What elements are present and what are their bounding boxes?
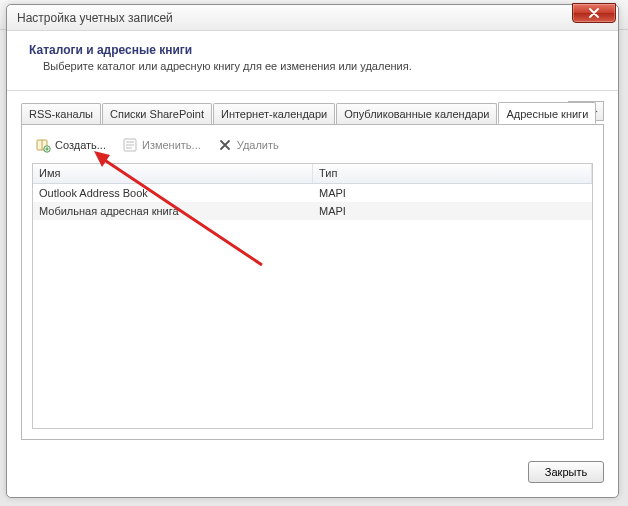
close-dialog-button[interactable]: Закрыть xyxy=(528,461,604,483)
tab-3[interactable]: Опубликованные календари xyxy=(336,103,497,125)
cell-name: Outlook Address Book xyxy=(33,185,313,201)
tab-2[interactable]: Интернет-календари xyxy=(213,103,335,125)
account-settings-dialog: Настройка учетных записей Каталоги и адр… xyxy=(6,4,619,498)
header-subtitle: Выберите каталог или адресную книгу для … xyxy=(43,60,596,72)
edit-label: Изменить... xyxy=(142,139,201,151)
cell-type: MAPI xyxy=(313,185,592,201)
properties-icon xyxy=(122,137,138,153)
tab-0[interactable]: RSS-каналы xyxy=(21,103,101,125)
col-header-name[interactable]: Имя xyxy=(33,164,313,183)
tab-strip: RSS-каналыСписки SharePointИнтернет-кале… xyxy=(21,101,604,124)
dialog-footer: Закрыть xyxy=(7,450,618,497)
edit-button[interactable]: Изменить... xyxy=(119,135,204,155)
tab-1[interactable]: Списки SharePoint xyxy=(102,103,212,125)
book-new-icon xyxy=(35,137,51,153)
delete-button[interactable]: Удалить xyxy=(214,135,282,155)
window-title: Настройка учетных записей xyxy=(17,11,173,25)
address-book-list: Имя Тип Outlook Address BookMAPIМобильна… xyxy=(32,163,593,429)
col-header-type[interactable]: Тип xyxy=(313,164,592,183)
tab-panel: Создать... Изменить... xyxy=(21,124,604,440)
create-label: Создать... xyxy=(55,139,106,151)
header-title: Каталоги и адресные книги xyxy=(29,43,596,57)
list-header: Имя Тип xyxy=(33,164,592,184)
close-icon xyxy=(589,8,599,18)
close-button[interactable] xyxy=(572,3,616,23)
titlebar: Настройка учетных записей xyxy=(7,5,618,31)
tab-4[interactable]: Адресные книги xyxy=(498,102,596,124)
create-button[interactable]: Создать... xyxy=(32,135,109,155)
toolbar: Создать... Изменить... xyxy=(32,133,593,163)
dialog-header: Каталоги и адресные книги Выберите катал… xyxy=(7,31,618,91)
delete-icon xyxy=(217,137,233,153)
cell-name: Мобильная адресная книга xyxy=(33,203,313,219)
delete-label: Удалить xyxy=(237,139,279,151)
list-item[interactable]: Мобильная адресная книгаMAPI xyxy=(33,202,592,220)
cell-type: MAPI xyxy=(313,203,592,219)
list-item[interactable]: Outlook Address BookMAPI xyxy=(33,184,592,202)
